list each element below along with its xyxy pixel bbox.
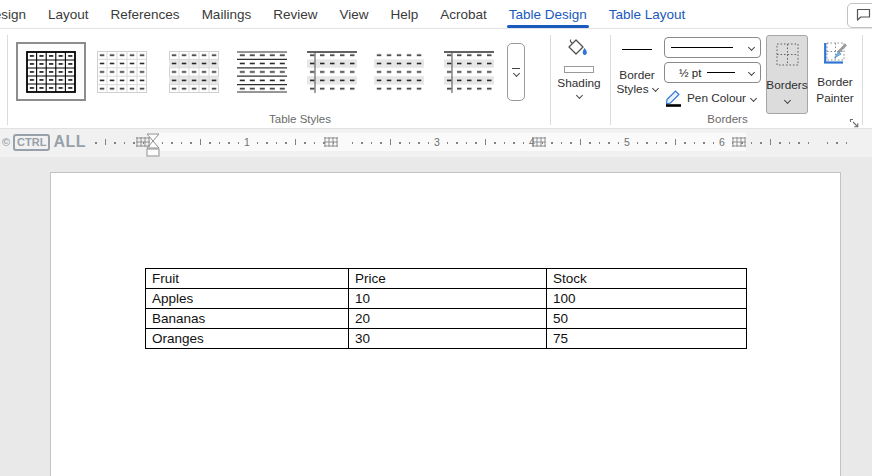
- border-styles-label-2: Styles: [616, 82, 657, 96]
- table-cell[interactable]: 20: [349, 309, 547, 329]
- banded-grid-style-icon: [169, 51, 219, 93]
- borders-group-label: Borders: [640, 113, 815, 125]
- shading-current-color-swatch: [564, 66, 594, 73]
- table-grid-style-icon: [26, 51, 76, 93]
- ribbon-table-design: Shading Border Styles ½ pt: [0, 29, 872, 129]
- line-weight-value: ½ pt: [679, 67, 701, 79]
- border-styles-button[interactable]: Border Styles: [612, 36, 662, 114]
- document-table: Fruit Price Stock Apples 10 100 Bananas …: [145, 268, 747, 349]
- table-column-marker[interactable]: [732, 133, 746, 151]
- plain-grid-style-icon: [97, 51, 147, 93]
- borders-grid-icon: [776, 43, 799, 69]
- shading-button[interactable]: Shading: [553, 36, 605, 114]
- table-row: Apples 10 100: [146, 289, 747, 309]
- pen-colour-button[interactable]: Pen Colour: [664, 87, 764, 109]
- tab-row: Design Layout References Mailings Review…: [0, 0, 696, 28]
- pen-colour-label: Pen Colour: [687, 91, 746, 105]
- table-column-marker[interactable]: [136, 133, 150, 151]
- tab-acrobat[interactable]: Acrobat: [429, 0, 498, 28]
- table-cell[interactable]: Stock: [547, 269, 747, 289]
- tab-design[interactable]: Design: [0, 0, 37, 28]
- table-cell[interactable]: 50: [547, 309, 747, 329]
- header-column-banded-alt-style-icon: [444, 51, 494, 93]
- border-painter-label-2: Painter: [816, 91, 853, 105]
- line-style-solid-icon: [671, 47, 733, 48]
- table-cell[interactable]: Oranges: [146, 329, 349, 349]
- group-divider: [550, 35, 551, 125]
- border-style-line-icon: [622, 49, 652, 50]
- ruler-number: 3: [434, 136, 440, 148]
- chevron-down-icon: [748, 44, 755, 51]
- watermark-copyright: ©: [2, 136, 10, 148]
- tab-table-layout[interactable]: Table Layout: [598, 0, 697, 28]
- border-line-style-select[interactable]: [664, 37, 761, 58]
- table-styles-group-label: Table Styles: [200, 113, 400, 125]
- group-divider: [610, 35, 611, 125]
- word-window: Design Layout References Mailings Review…: [0, 0, 872, 476]
- table-cell[interactable]: 75: [547, 329, 747, 349]
- table-cell[interactable]: 10: [349, 289, 547, 309]
- table-style-option-3[interactable]: [165, 48, 222, 95]
- chevron-down-icon: [783, 97, 790, 104]
- table-header-row: Fruit Price Stock: [146, 269, 747, 289]
- borders-button[interactable]: Borders: [766, 35, 808, 114]
- watermark-all: ALL: [53, 133, 86, 151]
- border-painter-label-1: Border: [817, 75, 852, 89]
- table-cell[interactable]: Bananas: [146, 309, 349, 329]
- watermark-ctrl: CTRL: [13, 134, 50, 151]
- border-line-weight-select[interactable]: ½ pt: [664, 62, 761, 83]
- table-cell[interactable]: 100: [547, 289, 747, 309]
- table-style-option-2[interactable]: [93, 48, 150, 95]
- comment-bubble-icon: [856, 7, 871, 25]
- ruler-number: 6: [719, 136, 725, 148]
- chevron-down-icon: [750, 94, 757, 101]
- comments-button[interactable]: [847, 3, 872, 28]
- tab-view[interactable]: View: [328, 0, 379, 28]
- ruler-number: 1: [244, 136, 250, 148]
- pen-icon: [664, 89, 683, 107]
- table-style-option-7[interactable]: [440, 48, 497, 95]
- table-column-marker[interactable]: [324, 133, 338, 151]
- ruler-number: 5: [624, 136, 630, 148]
- chevron-down-icon: [575, 92, 582, 99]
- line-weight-preview-icon: [707, 72, 735, 73]
- tab-references[interactable]: References: [100, 0, 191, 28]
- table-row: Oranges 30 75: [146, 329, 747, 349]
- tab-help[interactable]: Help: [379, 0, 429, 28]
- header-column-banded-style-icon: [307, 51, 357, 93]
- table-styles-gallery-more-button[interactable]: [507, 43, 525, 101]
- document-canvas: Fruit Price Stock Apples 10 100 Bananas …: [0, 157, 872, 476]
- ribbon-tab-bar: Design Layout References Mailings Review…: [0, 0, 872, 29]
- border-painter-button[interactable]: Border Painter: [811, 35, 859, 114]
- tab-review[interactable]: Review: [262, 0, 328, 28]
- tab-layout[interactable]: Layout: [37, 0, 100, 28]
- watermark: © CTRL ALL: [2, 133, 86, 151]
- table-cell[interactable]: 30: [349, 329, 547, 349]
- table-cell[interactable]: Price: [349, 269, 547, 289]
- chevron-down-icon: [748, 69, 755, 76]
- document-page[interactable]: Fruit Price Stock Apples 10 100 Bananas …: [50, 172, 841, 476]
- ruled-rows-style-icon: [237, 51, 287, 93]
- table-cell[interactable]: Apples: [146, 289, 349, 309]
- tab-mailings[interactable]: Mailings: [191, 0, 263, 28]
- border-painter-icon: [823, 41, 848, 69]
- group-divider: [7, 35, 8, 125]
- table-style-option-6[interactable]: [370, 48, 427, 95]
- tab-table-design[interactable]: Table Design: [498, 0, 598, 28]
- table-row: Bananas 20 50: [146, 309, 747, 329]
- paint-bucket-icon: [566, 38, 593, 65]
- table-style-option-1-selected[interactable]: [16, 42, 86, 101]
- horizontal-ruler[interactable]: © CTRL ALL 13456: [0, 129, 872, 157]
- banded-rows-style-icon: [374, 51, 424, 93]
- table-style-option-5[interactable]: [303, 48, 360, 95]
- borders-dialog-launcher[interactable]: [849, 115, 861, 127]
- border-styles-label-1: Border: [619, 68, 654, 82]
- shading-label: Shading: [557, 76, 600, 90]
- group-divider: [862, 35, 863, 125]
- table-cell[interactable]: Fruit: [146, 269, 349, 289]
- borders-label: Borders: [766, 78, 807, 92]
- table-style-option-4[interactable]: [233, 48, 290, 95]
- table-column-marker[interactable]: [532, 133, 546, 151]
